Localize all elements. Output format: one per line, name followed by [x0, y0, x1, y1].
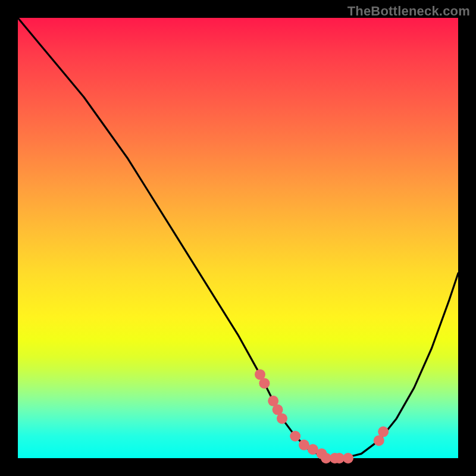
bottleneck-curve [18, 18, 458, 458]
watermark-text: TheBottleneck.com [347, 4, 470, 19]
chart-frame: TheBottleneck.com [0, 0, 476, 476]
sample-dot [277, 413, 287, 424]
plot-area [18, 18, 458, 458]
sample-dot [343, 453, 353, 464]
sample-dot [290, 431, 300, 441]
sample-dot [378, 427, 389, 437]
sample-dot [259, 378, 270, 389]
chart-svg [18, 18, 458, 458]
